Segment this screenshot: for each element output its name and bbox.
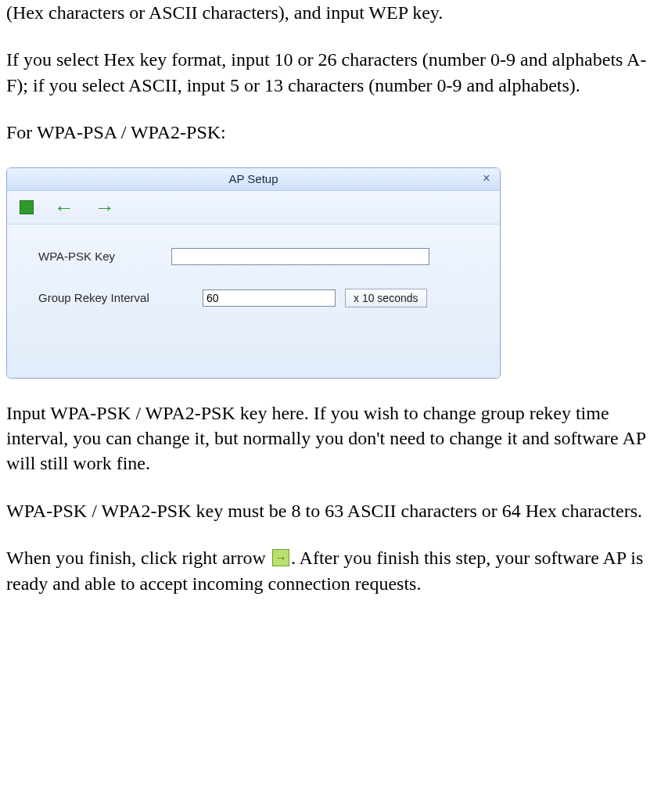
rekey-label: Group Rekey Interval (38, 291, 203, 304)
right-arrow-icon (272, 549, 289, 566)
dialog-title: AP Setup (7, 172, 500, 185)
dialog-body: WPA-PSK Key Group Rekey Interval x 10 se… (7, 225, 500, 378)
paragraph-wep-format: (Hex characters or ASCII characters), an… (6, 0, 662, 25)
titlebar: AP Setup × (7, 168, 500, 191)
nav-row: ← → (7, 191, 500, 225)
stop-icon[interactable] (20, 200, 34, 214)
back-arrow-icon[interactable]: ← (54, 197, 74, 217)
paragraph-wpa-length: WPA-PSK / WPA2-PSK key must be 8 to 63 A… (6, 498, 662, 523)
paragraph-hex-ascii: If you select Hex key format, input 10 o… (6, 47, 662, 98)
close-icon[interactable]: × (478, 171, 495, 185)
rekey-unit-button[interactable]: x 10 seconds (345, 289, 427, 307)
paragraph-wpa-heading: For WPA-PSA / WPA2-PSK: (6, 120, 662, 145)
ap-setup-dialog: AP Setup × ← → WPA-PSK Key Group Rekey I… (6, 167, 501, 379)
wpa-key-input[interactable] (171, 248, 429, 265)
rekey-input[interactable] (203, 289, 336, 307)
rekey-row: Group Rekey Interval x 10 seconds (38, 289, 469, 307)
paragraph-wpa-instructions: Input WPA-PSK / WPA2-PSK key here. If yo… (6, 401, 662, 476)
forward-arrow-icon[interactable]: → (95, 197, 115, 217)
paragraph-finish: When you finish, click right arrow . Aft… (6, 545, 662, 596)
wpa-key-row: WPA-PSK Key (38, 248, 469, 265)
finish-text-before: When you finish, click right arrow (6, 548, 271, 568)
wpa-key-label: WPA-PSK Key (38, 250, 171, 263)
